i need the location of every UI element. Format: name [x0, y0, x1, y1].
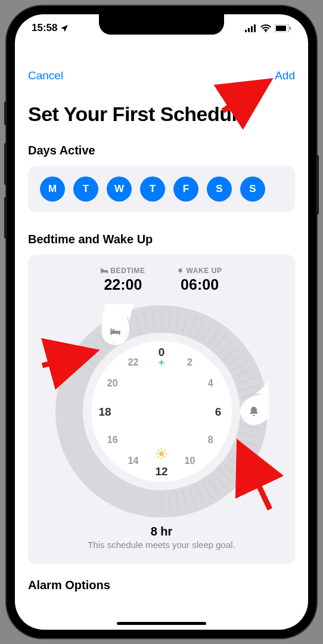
clock-number: 8	[208, 435, 213, 445]
time-row: BEDTIME 22:00 WAKE UP 06:00	[38, 267, 285, 293]
day-friday[interactable]: F	[173, 177, 198, 202]
svg-rect-8	[101, 268, 102, 274]
svg-rect-9	[107, 270, 108, 274]
day-saturday[interactable]: S	[207, 177, 232, 202]
wakeup-value: 06:00	[177, 276, 222, 293]
location-icon	[60, 24, 69, 32]
bedtime-value: 22:00	[101, 276, 145, 293]
phone-frame: 15:58 Cancel Add Set Your First Schedule…	[7, 6, 316, 638]
side-button	[4, 101, 7, 125]
nav-bar: Cancel Add	[28, 69, 295, 82]
sleep-summary: 8 hr This schedule meets your sleep goal…	[38, 525, 285, 550]
clock-number: 4	[208, 378, 213, 388]
svg-rect-6	[290, 27, 291, 30]
svg-rect-0	[245, 30, 247, 32]
svg-rect-72	[111, 331, 120, 334]
days-active-panel: M T W T F S S	[28, 166, 295, 212]
svg-rect-2	[251, 26, 253, 32]
alarm-options-label: Alarm Options	[28, 578, 295, 592]
clock-number: 18	[98, 405, 111, 418]
status-time: 15:58	[32, 22, 57, 34]
svg-point-62	[159, 451, 164, 456]
days-active-label: Days Active	[28, 144, 295, 157]
add-button[interactable]: Add	[275, 69, 295, 82]
clock-number: 12	[155, 465, 167, 478]
clock-number: 6	[215, 405, 222, 418]
svg-rect-10	[102, 269, 104, 270]
bedtime-col: BEDTIME 22:00	[101, 267, 145, 293]
side-button	[316, 155, 319, 215]
sleep-panel: BEDTIME 22:00 WAKE UP 06:00	[28, 255, 295, 564]
bedtime-handle[interactable]	[104, 320, 128, 343]
clock-number: 0	[159, 346, 165, 358]
bedtime-label: BEDTIME	[110, 267, 145, 275]
clock-number: 16	[107, 435, 118, 445]
sleep-dial-svg: 0246810121416182022	[54, 304, 269, 519]
day-wednesday[interactable]: W	[107, 177, 132, 202]
svg-rect-5	[276, 26, 286, 31]
svg-rect-7	[101, 270, 108, 273]
clock-number: 22	[128, 357, 139, 367]
day-thursday[interactable]: T	[140, 177, 165, 202]
content: Cancel Add Set Your First Schedule Days …	[15, 69, 308, 630]
side-button	[4, 143, 7, 185]
side-button	[4, 197, 7, 239]
bed-icon	[101, 268, 108, 274]
svg-rect-1	[248, 28, 250, 32]
svg-rect-75	[113, 329, 115, 331]
day-sunday[interactable]: S	[240, 177, 265, 202]
battery-icon	[275, 24, 291, 32]
day-tuesday[interactable]: T	[73, 177, 98, 202]
svg-rect-74	[119, 331, 120, 335]
day-monday[interactable]: M	[40, 177, 65, 202]
bedtime-wakeup-label: Bedtime and Wake Up	[28, 233, 295, 246]
clock-number: 20	[107, 378, 118, 388]
cancel-button[interactable]: Cancel	[28, 69, 63, 82]
sleep-dial[interactable]: 0246810121416182022	[38, 298, 285, 525]
wakeup-col: WAKE UP 06:00	[177, 267, 222, 293]
screen: 15:58 Cancel Add Set Your First Schedule…	[15, 14, 308, 630]
clock-number: 10	[185, 456, 195, 466]
wakeup-handle[interactable]	[242, 400, 266, 423]
clock-number: 14	[128, 456, 139, 466]
svg-rect-3	[254, 24, 256, 32]
cellular-icon	[245, 24, 257, 32]
clock-number: 2	[187, 357, 192, 367]
sleep-duration: 8 hr	[38, 525, 285, 538]
home-indicator[interactable]	[117, 622, 206, 625]
bell-icon	[177, 268, 184, 274]
notch	[99, 14, 224, 35]
wifi-icon	[260, 24, 271, 32]
svg-rect-73	[111, 329, 112, 335]
wakeup-label: WAKE UP	[186, 267, 222, 275]
page-title: Set Your First Schedule	[28, 103, 295, 126]
sleep-note: This schedule meets your sleep goal.	[38, 540, 285, 550]
